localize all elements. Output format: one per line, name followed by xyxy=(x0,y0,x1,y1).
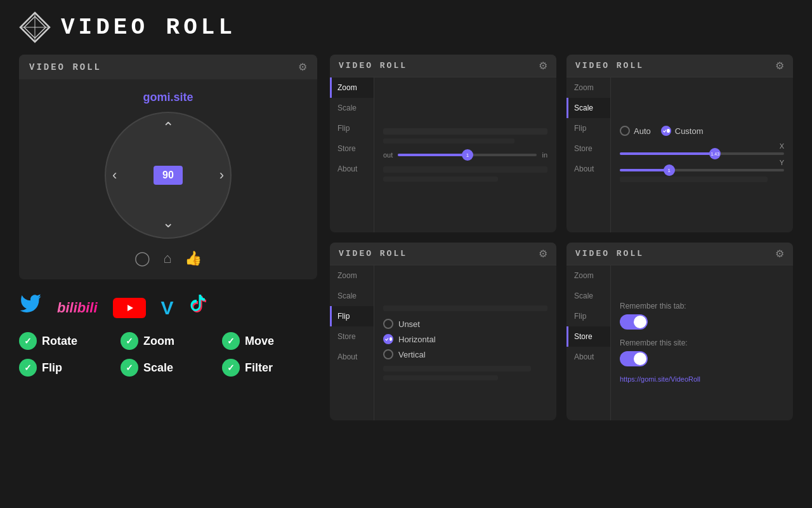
y-label: Y xyxy=(620,159,784,166)
panel1-header: VIDEO ROLL ⚙ xyxy=(330,55,556,77)
nav-flip-3[interactable]: Flip xyxy=(330,306,374,326)
nav-zoom-3[interactable]: Zoom xyxy=(330,265,374,286)
remember-site-toggle[interactable] xyxy=(620,351,648,366)
rotate-left-button[interactable]: ‹ xyxy=(112,167,117,184)
nav-scale-4[interactable]: Scale xyxy=(566,286,610,306)
feature-move: ✓ Move xyxy=(222,332,317,350)
right-panels: VIDEO ROLL ⚙ Zoom Scale Flip Store About… xyxy=(330,55,793,420)
x-slider-thumb[interactable]: 1.43 xyxy=(709,148,721,159)
panel1-gear-icon[interactable]: ⚙ xyxy=(539,60,547,72)
github-icon[interactable]: ◯ xyxy=(134,250,150,267)
panel-scale: VIDEO ROLL ⚙ Zoom Scale Flip Store About… xyxy=(566,55,793,232)
home-icon[interactable]: ⌂ xyxy=(163,250,171,267)
horizontal-radio[interactable] xyxy=(383,334,393,344)
rotate-down-button[interactable]: ⌄ xyxy=(162,215,174,231)
twitter-icon[interactable] xyxy=(19,293,42,322)
remember-site-section: Remember this site: xyxy=(620,338,784,366)
panel4-header: VIDEO ROLL ⚙ xyxy=(566,243,793,265)
custom-option[interactable]: Custom xyxy=(661,126,704,136)
blurred-bar-1 xyxy=(383,128,547,135)
panel3-body: Zoom Scale Flip Store About Unset xyxy=(330,265,556,420)
nav-zoom-1[interactable]: Zoom xyxy=(330,77,374,98)
auto-radio[interactable] xyxy=(620,126,630,136)
panel1-title: VIDEO ROLL xyxy=(339,61,407,70)
rotate-right-button[interactable]: › xyxy=(219,167,224,184)
flip-unset[interactable]: Unset xyxy=(383,319,547,329)
x-slider-track[interactable]: 1.43 xyxy=(620,152,784,155)
flip-horizontal[interactable]: Horizontal xyxy=(383,334,547,344)
blurred-bar-4 xyxy=(383,177,498,182)
move-label: Move xyxy=(245,335,274,348)
like-icon[interactable]: 👍 xyxy=(185,250,202,267)
nav-about-4[interactable]: About xyxy=(566,347,610,367)
blurred-bar-6 xyxy=(383,305,547,311)
out-label: out xyxy=(383,151,393,159)
panel1-body: Zoom Scale Flip Store About out 1 xyxy=(330,77,556,232)
nav-store-4[interactable]: Store xyxy=(566,326,610,347)
store-link[interactable]: https://gomi.site/VideoRoll xyxy=(620,375,700,383)
x-label: X xyxy=(620,142,784,150)
left-panel: VIDEO ROLL ⚙ gomi.site ⌃ ‹ 90 › ⌄ ◯ ⌂ 👍 xyxy=(19,55,317,420)
y-slider-track[interactable]: 1 xyxy=(620,169,784,171)
rotation-value[interactable]: 90 xyxy=(154,166,183,185)
nav-store-3[interactable]: Store xyxy=(330,326,374,347)
panel1-content: out 1 in xyxy=(374,77,556,232)
remember-tab-knob xyxy=(634,316,646,328)
feature-rotate: ✓ Rotate xyxy=(19,332,114,350)
youtube-icon[interactable] xyxy=(113,298,146,318)
rotate-check-icon: ✓ xyxy=(19,332,37,350)
panel-flip: VIDEO ROLL ⚙ Zoom Scale Flip Store About xyxy=(330,243,556,420)
nav-zoom-4[interactable]: Zoom xyxy=(566,265,610,286)
nav-about-1[interactable]: About xyxy=(330,159,374,179)
main-card-body: gomi.site ⌃ ‹ 90 › ⌄ ◯ ⌂ 👍 xyxy=(19,79,317,279)
custom-radio[interactable] xyxy=(661,126,671,136)
nav-flip-4[interactable]: Flip xyxy=(566,306,610,326)
nav-scale-3[interactable]: Scale xyxy=(330,286,374,306)
vimeo-icon[interactable]: V xyxy=(161,297,174,319)
tiktok-icon[interactable] xyxy=(189,295,208,321)
nav-scale-2[interactable]: Scale xyxy=(566,98,610,118)
panel2-title: VIDEO ROLL xyxy=(575,61,644,70)
unset-radio[interactable] xyxy=(383,319,393,329)
blurred-bar-2 xyxy=(383,138,514,144)
nav-store-2[interactable]: Store xyxy=(566,138,610,159)
zoom-slider-track[interactable]: 1 xyxy=(398,154,537,156)
nav-flip-1[interactable]: Flip xyxy=(330,118,374,138)
flip-vertical[interactable]: Vertical xyxy=(383,349,547,359)
feature-flip: ✓ Flip xyxy=(19,359,114,377)
auto-custom-row: Auto Custom xyxy=(620,126,784,136)
panel2-gear-icon[interactable]: ⚙ xyxy=(775,60,784,72)
panel3-gear-icon[interactable]: ⚙ xyxy=(539,248,547,260)
main-card-gear-icon[interactable]: ⚙ xyxy=(298,61,307,73)
nav-about-3[interactable]: About xyxy=(330,347,374,367)
nav-about-2[interactable]: About xyxy=(566,159,610,179)
rotate-label: Rotate xyxy=(42,335,77,348)
unset-label: Unset xyxy=(398,319,420,329)
zoom-slider-thumb[interactable]: 1 xyxy=(462,149,473,161)
panel4-nav: Zoom Scale Flip Store About xyxy=(566,265,611,420)
nav-zoom-2[interactable]: Zoom xyxy=(566,77,610,98)
panel2-header: VIDEO ROLL ⚙ xyxy=(566,55,793,77)
nav-flip-2[interactable]: Flip xyxy=(566,118,610,138)
zoom-slider-fill xyxy=(398,154,468,156)
nav-store-1[interactable]: Store xyxy=(330,138,374,159)
action-icons-row: ◯ ⌂ 👍 xyxy=(134,250,201,267)
scale-label: Scale xyxy=(143,361,173,375)
blurred-bar-7 xyxy=(383,366,531,371)
nav-scale-1[interactable]: Scale xyxy=(330,98,374,118)
rotate-up-button[interactable]: ⌃ xyxy=(162,119,174,136)
blurred-bar-3 xyxy=(383,166,547,173)
feature-grid: ✓ Rotate ✓ Zoom ✓ Move ✓ Flip ✓ Scale ✓ … xyxy=(19,332,317,377)
panel3-nav: Zoom Scale Flip Store About xyxy=(330,265,374,420)
panel4-body: Zoom Scale Flip Store About Remember thi… xyxy=(566,265,793,420)
y-slider-thumb[interactable]: 1 xyxy=(664,164,675,176)
vertical-radio[interactable] xyxy=(383,349,393,359)
auto-option[interactable]: Auto xyxy=(620,126,651,136)
rotation-controller: ⌃ ‹ 90 › ⌄ xyxy=(105,112,232,239)
blurred-bar-5 xyxy=(620,177,768,182)
remember-tab-toggle[interactable] xyxy=(620,314,648,330)
panel4-gear-icon[interactable]: ⚙ xyxy=(775,248,784,260)
panel2-body: Zoom Scale Flip Store About Auto xyxy=(566,77,793,232)
bilibili-icon[interactable]: bilibili xyxy=(57,300,98,316)
auto-label: Auto xyxy=(634,126,651,136)
